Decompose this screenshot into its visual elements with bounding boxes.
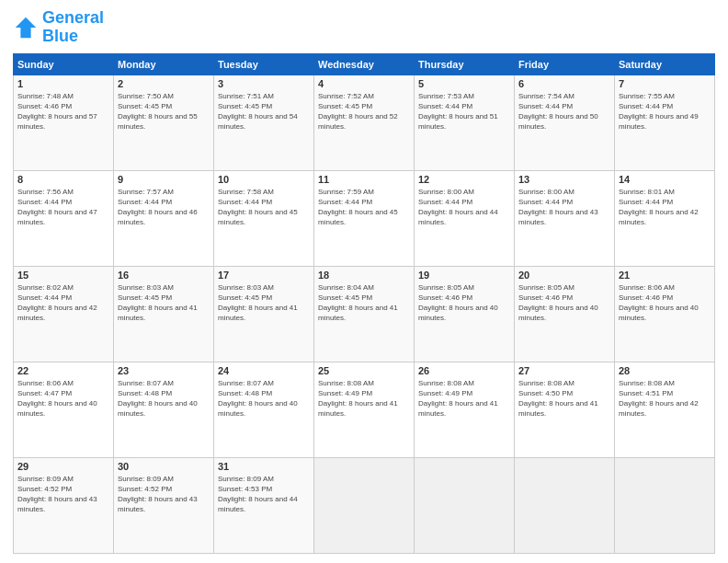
calendar-cell: 20 Sunrise: 8:05 AM Sunset: 4:46 PM Dayl… <box>515 266 615 362</box>
weekday-header-monday: Monday <box>114 53 214 75</box>
weekday-header-tuesday: Tuesday <box>214 53 314 75</box>
calendar-cell: 15 Sunrise: 8:02 AM Sunset: 4:44 PM Dayl… <box>14 266 114 362</box>
day-number: 13 <box>518 174 610 185</box>
day-number: 18 <box>318 270 410 281</box>
day-detail: Sunrise: 8:05 AM Sunset: 4:46 PM Dayligh… <box>418 282 510 324</box>
day-detail: Sunrise: 8:00 AM Sunset: 4:44 PM Dayligh… <box>518 187 610 228</box>
day-detail: Sunrise: 8:03 AM Sunset: 4:45 PM Dayligh… <box>118 282 210 324</box>
day-number: 6 <box>518 78 610 89</box>
day-detail: Sunrise: 8:08 AM Sunset: 4:50 PM Dayligh… <box>518 378 610 419</box>
calendar-cell: 29 Sunrise: 8:09 AM Sunset: 4:52 PM Dayl… <box>14 457 114 553</box>
day-number: 31 <box>218 461 310 472</box>
day-number: 26 <box>418 365 510 376</box>
day-number: 20 <box>518 270 610 281</box>
day-detail: Sunrise: 7:53 AM Sunset: 4:44 PM Dayligh… <box>418 91 510 132</box>
day-detail: Sunrise: 8:00 AM Sunset: 4:44 PM Dayligh… <box>418 187 510 228</box>
day-number: 30 <box>118 461 210 472</box>
header: General Blue <box>13 9 715 46</box>
day-number: 27 <box>518 365 610 376</box>
calendar-cell <box>615 457 715 553</box>
day-detail: Sunrise: 7:58 AM Sunset: 4:44 PM Dayligh… <box>218 187 310 228</box>
weekday-header-friday: Friday <box>515 53 615 75</box>
calendar-cell: 28 Sunrise: 8:08 AM Sunset: 4:51 PM Dayl… <box>615 362 715 457</box>
day-detail: Sunrise: 7:56 AM Sunset: 4:44 PM Dayligh… <box>17 187 109 228</box>
calendar-cell: 18 Sunrise: 8:04 AM Sunset: 4:45 PM Dayl… <box>314 266 415 362</box>
day-detail: Sunrise: 8:03 AM Sunset: 4:45 PM Dayligh… <box>218 282 310 324</box>
calendar-cell: 27 Sunrise: 8:08 AM Sunset: 4:50 PM Dayl… <box>515 362 615 457</box>
calendar-table: SundayMondayTuesdayWednesdayThursdayFrid… <box>13 53 715 554</box>
calendar-cell: 2 Sunrise: 7:50 AM Sunset: 4:45 PM Dayli… <box>114 75 214 170</box>
day-number: 22 <box>17 365 109 376</box>
calendar-cell: 24 Sunrise: 8:07 AM Sunset: 4:48 PM Dayl… <box>214 362 314 457</box>
calendar-cell: 26 Sunrise: 8:08 AM Sunset: 4:49 PM Dayl… <box>415 362 515 457</box>
day-detail: Sunrise: 7:48 AM Sunset: 4:46 PM Dayligh… <box>17 91 109 132</box>
day-number: 3 <box>218 78 310 89</box>
calendar-cell: 10 Sunrise: 7:58 AM Sunset: 4:44 PM Dayl… <box>214 170 314 266</box>
calendar-cell <box>515 457 615 553</box>
day-number: 10 <box>218 174 310 185</box>
day-number: 15 <box>17 270 109 281</box>
calendar-cell: 11 Sunrise: 7:59 AM Sunset: 4:44 PM Dayl… <box>314 170 415 266</box>
day-number: 4 <box>318 78 410 89</box>
calendar-cell: 7 Sunrise: 7:55 AM Sunset: 4:44 PM Dayli… <box>615 75 715 170</box>
day-detail: Sunrise: 8:09 AM Sunset: 4:53 PM Dayligh… <box>218 474 310 515</box>
day-number: 12 <box>418 174 510 185</box>
logo-text: General Blue <box>42 9 104 46</box>
day-detail: Sunrise: 8:07 AM Sunset: 4:48 PM Dayligh… <box>218 378 310 419</box>
weekday-header-thursday: Thursday <box>415 53 515 75</box>
day-number: 2 <box>118 78 210 89</box>
day-detail: Sunrise: 8:08 AM Sunset: 4:51 PM Dayligh… <box>619 378 711 419</box>
calendar-cell: 5 Sunrise: 7:53 AM Sunset: 4:44 PM Dayli… <box>415 75 515 170</box>
day-detail: Sunrise: 8:08 AM Sunset: 4:49 PM Dayligh… <box>418 378 510 419</box>
day-detail: Sunrise: 7:51 AM Sunset: 4:45 PM Dayligh… <box>218 91 310 132</box>
day-detail: Sunrise: 8:02 AM Sunset: 4:44 PM Dayligh… <box>17 282 109 324</box>
calendar-cell: 17 Sunrise: 8:03 AM Sunset: 4:45 PM Dayl… <box>214 266 314 362</box>
day-detail: Sunrise: 8:06 AM Sunset: 4:46 PM Dayligh… <box>619 282 711 324</box>
day-detail: Sunrise: 7:54 AM Sunset: 4:44 PM Dayligh… <box>518 91 610 132</box>
day-number: 1 <box>17 78 109 89</box>
calendar-cell <box>415 457 515 553</box>
day-detail: Sunrise: 7:55 AM Sunset: 4:44 PM Dayligh… <box>619 91 711 132</box>
day-number: 16 <box>118 270 210 281</box>
day-number: 24 <box>218 365 310 376</box>
day-detail: Sunrise: 8:07 AM Sunset: 4:48 PM Dayligh… <box>118 378 210 419</box>
day-detail: Sunrise: 7:59 AM Sunset: 4:44 PM Dayligh… <box>318 187 410 228</box>
calendar-cell: 9 Sunrise: 7:57 AM Sunset: 4:44 PM Dayli… <box>114 170 214 266</box>
calendar-cell: 4 Sunrise: 7:52 AM Sunset: 4:45 PM Dayli… <box>314 75 415 170</box>
day-number: 11 <box>318 174 410 185</box>
calendar-cell: 14 Sunrise: 8:01 AM Sunset: 4:44 PM Dayl… <box>615 170 715 266</box>
calendar-cell: 12 Sunrise: 8:00 AM Sunset: 4:44 PM Dayl… <box>415 170 515 266</box>
calendar-cell: 22 Sunrise: 8:06 AM Sunset: 4:47 PM Dayl… <box>14 362 114 457</box>
day-number: 8 <box>17 174 109 185</box>
day-number: 19 <box>418 270 510 281</box>
day-number: 9 <box>118 174 210 185</box>
calendar-cell <box>314 457 415 553</box>
day-detail: Sunrise: 8:09 AM Sunset: 4:52 PM Dayligh… <box>118 474 210 515</box>
day-detail: Sunrise: 8:06 AM Sunset: 4:47 PM Dayligh… <box>17 378 109 419</box>
day-detail: Sunrise: 8:05 AM Sunset: 4:46 PM Dayligh… <box>518 282 610 324</box>
day-detail: Sunrise: 7:57 AM Sunset: 4:44 PM Dayligh… <box>118 187 210 228</box>
logo: General Blue <box>13 9 104 46</box>
calendar-cell: 1 Sunrise: 7:48 AM Sunset: 4:46 PM Dayli… <box>14 75 114 170</box>
calendar-cell: 25 Sunrise: 8:08 AM Sunset: 4:49 PM Dayl… <box>314 362 415 457</box>
day-number: 29 <box>17 461 109 472</box>
day-number: 23 <box>118 365 210 376</box>
weekday-header-sunday: Sunday <box>14 53 114 75</box>
day-detail: Sunrise: 7:50 AM Sunset: 4:45 PM Dayligh… <box>118 91 210 132</box>
day-detail: Sunrise: 7:52 AM Sunset: 4:45 PM Dayligh… <box>318 91 410 132</box>
calendar-cell: 13 Sunrise: 8:00 AM Sunset: 4:44 PM Dayl… <box>515 170 615 266</box>
page: General Blue SundayMondayTuesdayWednesda… <box>0 0 728 563</box>
day-number: 25 <box>318 365 410 376</box>
day-number: 14 <box>619 174 711 185</box>
day-number: 7 <box>619 78 711 89</box>
calendar-cell: 6 Sunrise: 7:54 AM Sunset: 4:44 PM Dayli… <box>515 75 615 170</box>
day-detail: Sunrise: 8:09 AM Sunset: 4:52 PM Dayligh… <box>17 474 109 515</box>
weekday-header-wednesday: Wednesday <box>314 53 415 75</box>
calendar-cell: 19 Sunrise: 8:05 AM Sunset: 4:46 PM Dayl… <box>415 266 515 362</box>
day-number: 28 <box>619 365 711 376</box>
calendar-cell: 21 Sunrise: 8:06 AM Sunset: 4:46 PM Dayl… <box>615 266 715 362</box>
day-number: 17 <box>218 270 310 281</box>
day-detail: Sunrise: 8:08 AM Sunset: 4:49 PM Dayligh… <box>318 378 410 419</box>
day-number: 5 <box>418 78 510 89</box>
calendar-cell: 30 Sunrise: 8:09 AM Sunset: 4:52 PM Dayl… <box>114 457 214 553</box>
